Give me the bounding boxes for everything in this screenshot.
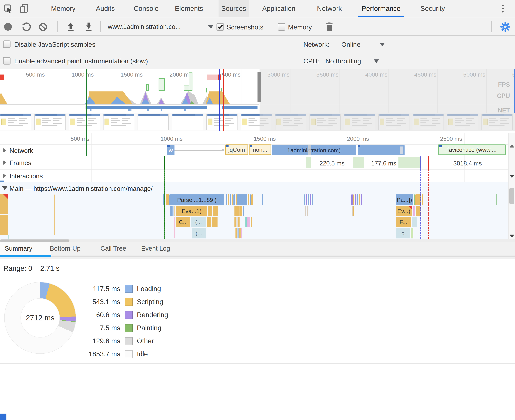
flame-bar: [353, 206, 354, 216]
tab-audits[interactable]: Audits: [95, 0, 116, 17]
network-request[interactable]: [358, 145, 405, 155]
filmstrip-thumbnail[interactable]: [0, 114, 31, 130]
flame-bar: [411, 228, 413, 239]
filmstrip-thumbnail[interactable]: [103, 114, 134, 130]
profile-select[interactable]: www.1administration.co...: [108, 23, 181, 30]
overview-window-grip[interactable]: [258, 72, 261, 102]
tab-summary[interactable]: Summary: [5, 242, 32, 255]
hscrollbar-thumb[interactable]: [0, 240, 69, 242]
clear-icon[interactable]: [39, 22, 47, 32]
filmstrip-thumbnail[interactable]: [206, 114, 237, 130]
vscrollbar-thumb[interactable]: [509, 188, 514, 204]
network-request[interactable]: non...: [249, 144, 271, 155]
tab-elements[interactable]: Elements: [174, 0, 204, 17]
network-request[interactable]: w: [167, 145, 174, 155]
disable-js-checkbox[interactable]: [3, 40, 10, 48]
flame-bar: [416, 206, 420, 216]
frame-block[interactable]: [306, 157, 311, 168]
reload-icon[interactable]: [21, 22, 31, 32]
request-connector: [174, 150, 222, 150]
scroll-up-icon[interactable]: [510, 144, 514, 148]
flame-bar[interactable]: [207, 217, 212, 227]
filmstrip-thumbnail[interactable]: [172, 114, 203, 130]
flame-bar: [236, 217, 237, 227]
save-profile-icon[interactable]: [84, 22, 93, 32]
flame-bar[interactable]: [212, 217, 218, 227]
tab-event-log[interactable]: Event Log: [141, 242, 170, 255]
tab-application[interactable]: Application: [261, 0, 296, 17]
fps-bar: [189, 73, 192, 91]
frames-track: Frames: [0, 156, 515, 169]
settings-gear-icon[interactable]: [500, 22, 510, 32]
flame-event-anon1[interactable]: (...: [191, 217, 206, 227]
legend-row-other: 129.8 ms Other: [73, 334, 168, 347]
network-request[interactable]: favicon.ico (www....: [438, 144, 506, 155]
device-toolbar-icon[interactable]: [20, 4, 30, 14]
tab-bottom-up[interactable]: Bottom-Up: [50, 242, 81, 255]
flame-bar: [239, 228, 241, 239]
record-button[interactable]: [4, 23, 12, 31]
main-collapse-icon[interactable]: [2, 186, 8, 190]
load-profile-icon[interactable]: [66, 22, 75, 32]
frames-track-label: Frames: [9, 159, 31, 167]
flame-bar[interactable]: [213, 206, 218, 216]
interactions-expand-icon[interactable]: [3, 173, 6, 178]
flame-event-parse[interactable]: Parse ...1...89]): [169, 195, 224, 205]
flame-bar[interactable]: [208, 206, 212, 216]
inspect-icon[interactable]: [4, 4, 13, 14]
flame-event-pa[interactable]: Pa...]): [396, 195, 413, 205]
legend-row-rendering: 60.6 ms Rendering: [73, 308, 168, 322]
flame-bar: [305, 206, 306, 216]
toolbar-divider-2: [100, 21, 101, 32]
cpu-throttle-caret[interactable]: [374, 60, 379, 63]
scroll-down-icon[interactable]: [510, 234, 514, 238]
filmstrip-thumbnail[interactable]: [137, 114, 169, 130]
tab-network[interactable]: Network: [316, 0, 343, 17]
tab-security[interactable]: Security: [419, 0, 446, 17]
frames-expand-icon[interactable]: [3, 160, 6, 165]
flame-event-eval[interactable]: Eva...1): [176, 206, 207, 216]
screenshots-checkbox[interactable]: [217, 23, 224, 31]
network-expand-icon[interactable]: [3, 148, 6, 153]
flame-bar[interactable]: [0, 195, 8, 214]
advanced-paint-checkbox[interactable]: [3, 57, 10, 65]
flame-event-c[interactable]: c: [396, 228, 410, 239]
network-throttle-value[interactable]: Online: [341, 41, 361, 48]
tab-console[interactable]: Console: [133, 0, 159, 17]
network-request[interactable]: jqCom: [225, 144, 248, 155]
filmstrip-thumbnail[interactable]: [34, 114, 66, 130]
network-request[interactable]: 1administration.com): [272, 145, 356, 155]
tab-performance[interactable]: Performance: [361, 0, 401, 17]
tab-sources[interactable]: Sources: [219, 0, 249, 17]
flame-event-ev[interactable]: Ev...): [396, 206, 412, 216]
scroll-down-icon[interactable]: [510, 175, 514, 178]
flame-event-anon2[interactable]: (...: [192, 228, 206, 239]
more-menu-icon[interactable]: [502, 4, 504, 13]
trash-icon[interactable]: [326, 22, 333, 32]
tracks-vscrollbar[interactable]: [508, 133, 515, 239]
frame-block[interactable]: [353, 157, 364, 168]
tab-memory[interactable]: Memory: [50, 0, 76, 17]
flame-hscrollbar[interactable]: [0, 239, 515, 242]
memory-checkbox[interactable]: [278, 23, 285, 31]
rendering-swatch: [125, 311, 133, 319]
scripting-swatch: [125, 298, 133, 306]
tab-call-tree[interactable]: Call Tree: [100, 242, 126, 255]
flame-bar: [228, 195, 229, 205]
flame-event-call[interactable]: C...: [176, 217, 190, 227]
flame-event-fn[interactable]: F...: [396, 217, 411, 227]
cpu-throttle-value[interactable]: No throttling: [326, 57, 361, 65]
flame-bar[interactable]: [0, 215, 8, 235]
flame-bar: [304, 195, 305, 205]
flame-bar[interactable]: [237, 195, 247, 205]
flame-bar: [241, 228, 242, 239]
overview-tick: 1500 ms: [100, 71, 143, 78]
filmstrip-thumbnail[interactable]: [69, 114, 100, 130]
profile-select-caret[interactable]: [208, 25, 213, 29]
overview-right-edge[interactable]: [514, 69, 515, 113]
network-throttle-caret[interactable]: [379, 43, 385, 46]
long-task-band: [207, 75, 218, 80]
flame-bar: [250, 195, 251, 205]
flame-bar: [238, 217, 240, 227]
flame-bar: [422, 195, 423, 205]
